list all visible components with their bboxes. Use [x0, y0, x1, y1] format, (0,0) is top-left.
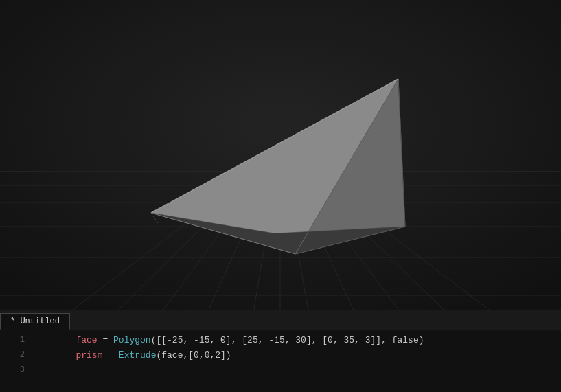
line-number-1: 1	[5, 335, 25, 345]
op2: =	[102, 350, 118, 360]
bottom-panel: * Untitled 1 face = Polygon([[-25, -15, …	[0, 310, 561, 392]
tab-label: * Untitled	[10, 316, 60, 326]
var-prism: prism	[76, 350, 102, 360]
line-content-2: prism = Extrude(face,[0,0,2])	[33, 340, 231, 371]
line-number-2: 2	[5, 350, 25, 360]
fn-extrude: Extrude	[119, 350, 157, 360]
line-number-3: 3	[5, 365, 25, 375]
args2: (face,[0,0,2])	[156, 350, 231, 360]
3d-viewport[interactable]	[0, 0, 561, 310]
tab-untitled[interactable]: * Untitled	[0, 313, 70, 330]
code-editor[interactable]: 1 face = Polygon([[-25, -15, 0], [25, -1…	[0, 330, 561, 392]
tab-bar: * Untitled	[0, 310, 561, 330]
grid	[0, 0, 561, 310]
